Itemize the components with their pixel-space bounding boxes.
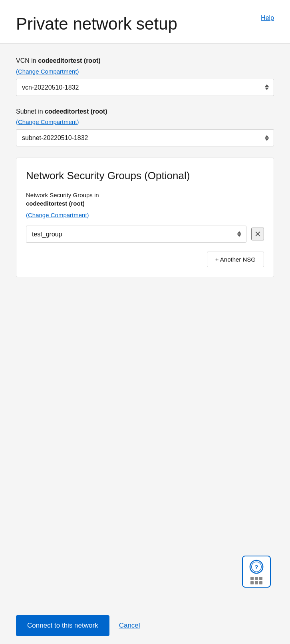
nsg-remove-button[interactable]: ✕ <box>251 228 264 240</box>
vcn-change-compartment-link[interactable]: (Change Compartment) <box>16 68 274 75</box>
nsg-change-compartment-link[interactable]: (Change Compartment) <box>26 212 264 218</box>
cancel-button[interactable]: Cancel <box>119 622 140 630</box>
nsg-card: Network Security Groups (Optional) Netwo… <box>16 158 274 277</box>
help-circle-icon: ? <box>249 559 264 574</box>
vcn-label: VCN in codeeditortest (root) <box>16 56 274 65</box>
vcn-select[interactable]: vcn-20220510-1832 <box>16 79 274 96</box>
subnet-compartment-name: codeeditortest (root) <box>45 108 107 115</box>
add-nsg-button[interactable]: + Another NSG <box>207 252 264 267</box>
svg-text:?: ? <box>254 563 258 570</box>
nsg-row: test_group ✕ <box>26 226 264 243</box>
nsg-inner-label: Network Security Groups in codeeditortes… <box>26 191 264 208</box>
subnet-change-compartment-link[interactable]: (Change Compartment) <box>16 118 274 125</box>
help-widget[interactable]: ? <box>242 556 271 588</box>
add-nsg-row: + Another NSG <box>26 252 264 267</box>
page-container: Private network setup Help VCN in codeed… <box>0 0 290 644</box>
main-content: VCN in codeeditortest (root) (Change Com… <box>0 44 290 607</box>
help-link[interactable]: Help <box>261 14 274 22</box>
nsg-select[interactable]: test_group <box>26 226 246 242</box>
help-widget-dots-icon <box>250 577 262 584</box>
nsg-select-wrapper: test_group <box>26 226 246 243</box>
connect-button[interactable]: Connect to this network <box>16 615 109 636</box>
spacer <box>16 288 274 544</box>
vcn-section: VCN in codeeditortest (root) (Change Com… <box>16 56 274 96</box>
nsg-card-title: Network Security Groups (Optional) <box>26 169 264 183</box>
header: Private network setup Help <box>0 0 290 44</box>
nsg-inner-section: Network Security Groups in codeeditortes… <box>26 191 264 267</box>
page-title: Private network setup <box>16 14 274 34</box>
help-widget-container: ? <box>16 556 274 588</box>
nsg-compartment-name: codeeditortest (root) <box>26 200 85 207</box>
subnet-section: Subnet in codeeditortest (root) (Change … <box>16 107 274 146</box>
subnet-select[interactable]: subnet-20220510-1832 <box>16 130 274 146</box>
footer: Connect to this network Cancel <box>0 607 290 644</box>
subnet-select-wrapper: subnet-20220510-1832 <box>16 129 274 146</box>
subnet-label: Subnet in codeeditortest (root) <box>16 107 274 116</box>
vcn-compartment-name: codeeditortest (root) <box>38 57 100 64</box>
vcn-select-wrapper: vcn-20220510-1832 <box>16 79 274 96</box>
